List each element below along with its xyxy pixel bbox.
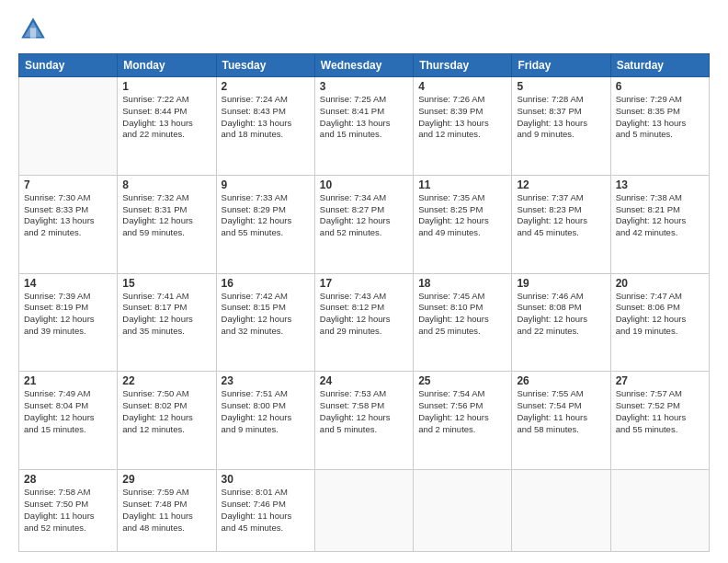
- day-info: Sunrise: 7:43 AMSunset: 8:12 PMDaylight:…: [320, 291, 408, 338]
- day-number: 19: [517, 277, 605, 290]
- day-info: Sunrise: 7:59 AMSunset: 7:48 PMDaylight:…: [122, 487, 210, 534]
- day-info: Sunrise: 7:38 AMSunset: 8:21 PMDaylight:…: [616, 192, 704, 239]
- calendar-cell: 18Sunrise: 7:45 AMSunset: 8:10 PMDayligh…: [414, 273, 512, 372]
- day-number: 17: [320, 277, 408, 290]
- day-info: Sunrise: 7:30 AMSunset: 8:33 PMDaylight:…: [24, 192, 112, 239]
- col-header-friday: Friday: [512, 54, 610, 77]
- calendar-cell: 14Sunrise: 7:39 AMSunset: 8:19 PMDayligh…: [19, 273, 118, 372]
- day-number: 5: [517, 80, 605, 93]
- day-info: Sunrise: 7:37 AMSunset: 8:23 PMDaylight:…: [517, 192, 605, 239]
- calendar-cell: 28Sunrise: 7:58 AMSunset: 7:50 PMDayligh…: [19, 470, 118, 552]
- day-number: 8: [122, 178, 210, 191]
- calendar-week-3: 14Sunrise: 7:39 AMSunset: 8:19 PMDayligh…: [19, 273, 710, 372]
- calendar-cell: 1Sunrise: 7:22 AMSunset: 8:44 PMDaylight…: [118, 77, 216, 176]
- day-number: 30: [222, 473, 310, 486]
- day-info: Sunrise: 7:50 AMSunset: 8:02 PMDaylight:…: [122, 388, 210, 435]
- day-number: 9: [222, 178, 310, 191]
- day-number: 29: [122, 473, 210, 486]
- calendar-cell: 11Sunrise: 7:35 AMSunset: 8:25 PMDayligh…: [414, 175, 512, 273]
- day-info: Sunrise: 7:41 AMSunset: 8:17 PMDaylight:…: [122, 291, 210, 338]
- day-info: Sunrise: 8:01 AMSunset: 7:46 PMDaylight:…: [222, 487, 310, 534]
- calendar-cell: 29Sunrise: 7:59 AMSunset: 7:48 PMDayligh…: [118, 470, 216, 552]
- day-info: Sunrise: 7:54 AMSunset: 7:56 PMDaylight:…: [418, 388, 506, 435]
- day-number: 12: [517, 178, 605, 191]
- day-number: 16: [222, 277, 310, 290]
- day-info: Sunrise: 7:55 AMSunset: 7:54 PMDaylight:…: [517, 388, 605, 435]
- day-number: 25: [418, 374, 506, 387]
- day-info: Sunrise: 7:22 AMSunset: 8:44 PMDaylight:…: [122, 94, 210, 141]
- day-number: 15: [122, 277, 210, 290]
- day-info: Sunrise: 7:57 AMSunset: 7:52 PMDaylight:…: [616, 388, 704, 435]
- day-number: 27: [616, 374, 704, 387]
- day-info: Sunrise: 7:29 AMSunset: 8:35 PMDaylight:…: [616, 94, 704, 141]
- day-info: Sunrise: 7:26 AMSunset: 8:39 PMDaylight:…: [418, 94, 506, 141]
- day-number: 7: [24, 178, 112, 191]
- day-number: 21: [24, 374, 112, 387]
- day-number: 23: [222, 374, 310, 387]
- calendar-cell: 12Sunrise: 7:37 AMSunset: 8:23 PMDayligh…: [512, 175, 610, 273]
- calendar-cell: 16Sunrise: 7:42 AMSunset: 8:15 PMDayligh…: [216, 273, 314, 372]
- day-info: Sunrise: 7:58 AMSunset: 7:50 PMDaylight:…: [24, 487, 112, 534]
- calendar-cell: 20Sunrise: 7:47 AMSunset: 8:06 PMDayligh…: [610, 273, 709, 372]
- calendar-cell: 23Sunrise: 7:51 AMSunset: 8:00 PMDayligh…: [216, 372, 314, 470]
- calendar-cell: 5Sunrise: 7:28 AMSunset: 8:37 PMDaylight…: [512, 77, 610, 176]
- calendar-week-2: 7Sunrise: 7:30 AMSunset: 8:33 PMDaylight…: [19, 175, 710, 273]
- calendar-cell: 9Sunrise: 7:33 AMSunset: 8:29 PMDaylight…: [216, 175, 314, 273]
- calendar-cell: 24Sunrise: 7:53 AMSunset: 7:58 PMDayligh…: [314, 372, 413, 470]
- page: SundayMondayTuesdayWednesdayThursdayFrid…: [0, 0, 728, 563]
- calendar-cell: 10Sunrise: 7:34 AMSunset: 8:27 PMDayligh…: [314, 175, 413, 273]
- calendar-cell: [314, 470, 413, 552]
- calendar-cell: 15Sunrise: 7:41 AMSunset: 8:17 PMDayligh…: [118, 273, 216, 372]
- calendar-week-1: 1Sunrise: 7:22 AMSunset: 8:44 PMDaylight…: [19, 77, 710, 176]
- day-number: 18: [418, 277, 506, 290]
- day-info: Sunrise: 7:47 AMSunset: 8:06 PMDaylight:…: [616, 291, 704, 338]
- day-number: 3: [320, 80, 408, 93]
- calendar-cell: 25Sunrise: 7:54 AMSunset: 7:56 PMDayligh…: [414, 372, 512, 470]
- day-info: Sunrise: 7:45 AMSunset: 8:10 PMDaylight:…: [418, 291, 506, 338]
- calendar-cell: 2Sunrise: 7:24 AMSunset: 8:43 PMDaylight…: [216, 77, 314, 176]
- calendar-cell: 13Sunrise: 7:38 AMSunset: 8:21 PMDayligh…: [610, 175, 709, 273]
- day-number: 10: [320, 178, 408, 191]
- calendar-cell: [414, 470, 512, 552]
- calendar-cell: 26Sunrise: 7:55 AMSunset: 7:54 PMDayligh…: [512, 372, 610, 470]
- calendar-cell: 17Sunrise: 7:43 AMSunset: 8:12 PMDayligh…: [314, 273, 413, 372]
- col-header-thursday: Thursday: [414, 54, 512, 77]
- calendar-cell: 7Sunrise: 7:30 AMSunset: 8:33 PMDaylight…: [19, 175, 118, 273]
- day-number: 4: [418, 80, 506, 93]
- calendar-cell: [610, 470, 709, 552]
- calendar-cell: 3Sunrise: 7:25 AMSunset: 8:41 PMDaylight…: [314, 77, 413, 176]
- header: [18, 15, 710, 44]
- calendar-week-5: 28Sunrise: 7:58 AMSunset: 7:50 PMDayligh…: [19, 470, 710, 552]
- calendar-cell: 21Sunrise: 7:49 AMSunset: 8:04 PMDayligh…: [19, 372, 118, 470]
- day-number: 24: [320, 374, 408, 387]
- day-info: Sunrise: 7:46 AMSunset: 8:08 PMDaylight:…: [517, 291, 605, 338]
- calendar-week-4: 21Sunrise: 7:49 AMSunset: 8:04 PMDayligh…: [19, 372, 710, 470]
- day-info: Sunrise: 7:25 AMSunset: 8:41 PMDaylight:…: [320, 94, 408, 141]
- day-number: 22: [122, 374, 210, 387]
- col-header-tuesday: Tuesday: [216, 54, 314, 77]
- day-number: 6: [616, 80, 704, 93]
- day-number: 20: [616, 277, 704, 290]
- day-info: Sunrise: 7:49 AMSunset: 8:04 PMDaylight:…: [24, 388, 112, 435]
- day-number: 28: [24, 473, 112, 486]
- col-header-monday: Monday: [118, 54, 216, 77]
- day-info: Sunrise: 7:32 AMSunset: 8:31 PMDaylight:…: [122, 192, 210, 239]
- calendar-cell: [512, 470, 610, 552]
- logo: [18, 15, 51, 44]
- day-number: 2: [222, 80, 310, 93]
- day-info: Sunrise: 7:53 AMSunset: 7:58 PMDaylight:…: [320, 388, 408, 435]
- day-info: Sunrise: 7:35 AMSunset: 8:25 PMDaylight:…: [418, 192, 506, 239]
- calendar-header-row: SundayMondayTuesdayWednesdayThursdayFrid…: [19, 54, 710, 77]
- logo-icon: [18, 15, 48, 44]
- day-info: Sunrise: 7:34 AMSunset: 8:27 PMDaylight:…: [320, 192, 408, 239]
- day-number: 26: [517, 374, 605, 387]
- calendar-cell: 4Sunrise: 7:26 AMSunset: 8:39 PMDaylight…: [414, 77, 512, 176]
- calendar-cell: 19Sunrise: 7:46 AMSunset: 8:08 PMDayligh…: [512, 273, 610, 372]
- day-info: Sunrise: 7:24 AMSunset: 8:43 PMDaylight:…: [222, 94, 310, 141]
- day-info: Sunrise: 7:51 AMSunset: 8:00 PMDaylight:…: [222, 388, 310, 435]
- svg-rect-2: [30, 28, 36, 38]
- calendar-cell: 6Sunrise: 7:29 AMSunset: 8:35 PMDaylight…: [610, 77, 709, 176]
- day-info: Sunrise: 7:28 AMSunset: 8:37 PMDaylight:…: [517, 94, 605, 141]
- calendar-cell: 8Sunrise: 7:32 AMSunset: 8:31 PMDaylight…: [118, 175, 216, 273]
- col-header-sunday: Sunday: [19, 54, 118, 77]
